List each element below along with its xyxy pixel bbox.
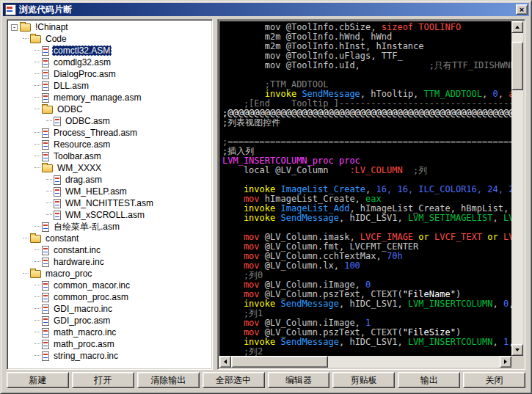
tree-file-item[interactable]: math_macro.inc [9, 326, 211, 338]
tree-item-label: constant [44, 233, 80, 244]
file-icon [42, 128, 49, 138]
scroll-left-icon[interactable] [219, 356, 231, 368]
vertical-scroll-track[interactable] [511, 33, 523, 344]
clipboard-button[interactable]: 剪贴板 [332, 372, 395, 388]
tree-item-label: DLL.asm [52, 81, 90, 91]
tree-folder-item[interactable]: -!Chinapt [9, 21, 211, 33]
tree-item-label: GDI_proc.asm [52, 315, 112, 326]
tree-connector [46, 214, 52, 216]
window-title: 浏览代码片断 [19, 4, 516, 16]
file-icon [42, 70, 49, 79]
collapse-expander-icon[interactable]: - [11, 24, 18, 31]
tree-file-item[interactable]: DialogProc.asm [9, 68, 211, 80]
tree-item-label: memory_manage.asm [52, 92, 142, 103]
tree-connector [34, 261, 40, 263]
vertical-scroll-thumb[interactable] [511, 42, 523, 90]
file-icon [42, 222, 49, 232]
tree-file-item[interactable]: WM_HELP.asm [9, 186, 211, 197]
clear-output-button[interactable]: 清除输出 [137, 372, 200, 388]
tree-connector [34, 355, 40, 357]
tree-file-item[interactable]: math_proc.asm [9, 338, 211, 350]
file-icon [42, 258, 49, 267]
code-line: ;=======================================… [222, 137, 511, 147]
tree-file-item[interactable]: WM_xSCROLL.asm [9, 209, 211, 221]
scroll-up-icon[interactable] [511, 21, 523, 33]
file-icon [42, 351, 49, 361]
tree-file-item[interactable]: common_proc.asm [9, 291, 211, 303]
open-button[interactable]: 打开 [72, 372, 134, 388]
tree-item-label: ODBC [56, 104, 84, 114]
tree-file-item[interactable]: Toolbar.asm [9, 150, 211, 162]
file-icon [54, 175, 61, 185]
tree-file-item[interactable]: memory_manage.asm [9, 92, 211, 103]
code-line: mov @ToolInfo.uId, ;只有TTF_IDISHWND没有 [222, 61, 511, 70]
tree-connector [23, 238, 29, 239]
tree-file-item[interactable]: drag.asm [9, 174, 211, 186]
output-button[interactable]: 输出 [398, 372, 460, 388]
tree-connector [34, 332, 40, 333]
file-icon [42, 46, 49, 56]
folder-icon [42, 164, 53, 172]
file-icon [42, 316, 49, 326]
tree-connector [34, 343, 40, 345]
tree-file-item[interactable]: Resource.asm [9, 139, 211, 150]
select-all-button[interactable]: 全部选中 [203, 372, 265, 388]
tree-file-item[interactable]: 自绘菜单-乱.asm [9, 221, 211, 233]
code-line: mov @LV_Column.lx, 100 [222, 261, 511, 271]
tree-connector [34, 97, 40, 98]
tree-file-item[interactable]: constant.inc [9, 244, 211, 256]
tree-item-label: comctl32.ASM [52, 45, 112, 56]
tree-file-item[interactable]: ODBC.asm [9, 115, 211, 127]
tree-connector [23, 273, 29, 274]
file-icon [42, 81, 49, 91]
tree-file-item[interactable]: hardware.inc [9, 256, 211, 268]
tree-folder-item[interactable]: constant [9, 233, 211, 244]
tree-file-item[interactable]: Process_Thread.asm [9, 127, 211, 139]
vertical-scrollbar[interactable] [511, 21, 523, 356]
scroll-down-icon[interactable] [511, 344, 523, 356]
tree-item-label: Toolbar.asm [52, 151, 103, 161]
code-editor-panel: mov @ToolInfo.cbSize, sizeof TOOLINFO m2… [217, 19, 525, 370]
titlebar[interactable]: 浏览代码片断 × [3, 3, 529, 16]
folder-icon [20, 23, 31, 32]
file-icon [42, 58, 49, 68]
tree-file-item[interactable]: comctl32.ASM [9, 45, 211, 56]
tree-folder-item[interactable]: WM_XXXX [9, 162, 211, 174]
file-icon [54, 211, 61, 220]
tree-file-item[interactable]: string_macro.inc [9, 350, 211, 362]
tree-connector [34, 85, 40, 87]
horizontal-scroll-track[interactable] [231, 356, 500, 368]
tree-item-label: 自绘菜单-乱.asm [52, 221, 121, 233]
tree-file-item[interactable]: comdlg32.asm [9, 56, 211, 68]
tree-file-item[interactable]: DLL.asm [9, 80, 211, 92]
code-line: invoke SendMessage, hIDC_LSV1, LVM_INSER… [222, 338, 511, 347]
tree-folder-item[interactable]: Code [9, 33, 211, 45]
tree-item-label: WM_NCHITTEST.asm [64, 198, 155, 208]
tree-item-label: Resource.asm [52, 139, 112, 150]
tree-item-label: WM_XXXX [56, 163, 103, 173]
new-button[interactable]: 新建 [7, 372, 69, 388]
folder-icon [30, 35, 41, 43]
tree-file-item[interactable]: common_macor.inc [9, 280, 211, 291]
folder-icon [42, 106, 53, 114]
close-dialog-button[interactable]: 关闭 [463, 372, 525, 388]
editor-button[interactable]: 编辑器 [268, 372, 330, 388]
horizontal-scroll-thumb[interactable] [231, 356, 328, 368]
horizontal-scrollbar[interactable] [219, 356, 511, 368]
file-tree[interactable]: -!ChinaptCodecomctl32.ASMcomdlg32.asmDia… [7, 19, 213, 370]
code-editor[interactable]: mov @ToolInfo.cbSize, sizeof TOOLINFO m2… [219, 21, 511, 356]
close-icon[interactable]: × [516, 4, 528, 15]
tree-connector [34, 320, 40, 321]
tree-file-item[interactable]: WM_NCHITTEST.asm [9, 197, 211, 209]
file-icon [42, 328, 49, 338]
tree-folder-item[interactable]: macro_proc [9, 268, 211, 280]
tree-item-label: comdlg32.asm [52, 57, 112, 68]
tree-folder-item[interactable]: ODBC [9, 103, 211, 115]
file-icon [42, 304, 49, 314]
file-icon [42, 246, 49, 255]
tree-file-item[interactable]: GDI_macro.inc [9, 303, 211, 315]
scroll-right-icon[interactable] [500, 356, 511, 368]
scrollbar-corner [511, 356, 523, 368]
tree-connector [34, 50, 40, 51]
tree-file-item[interactable]: GDI_proc.asm [9, 315, 211, 326]
